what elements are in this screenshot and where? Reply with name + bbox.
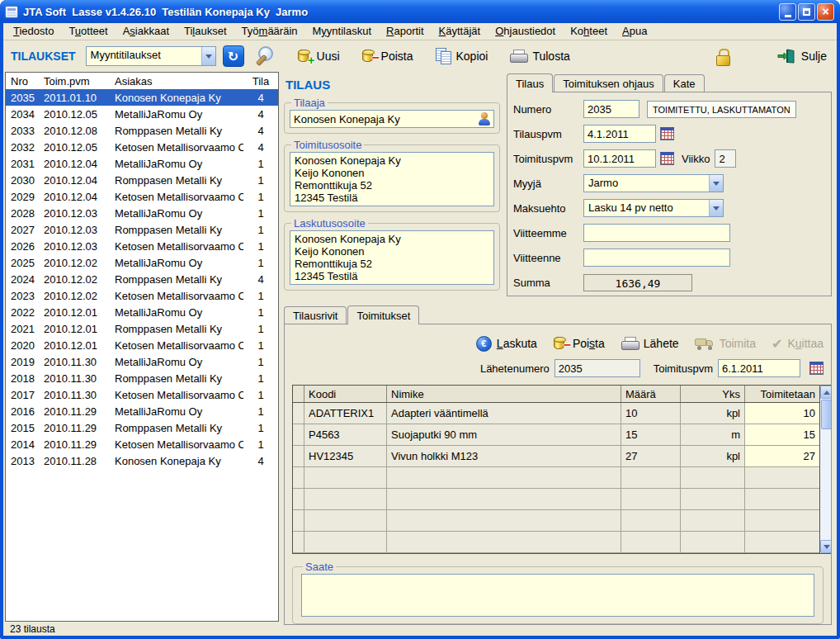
- chevron-down-icon[interactable]: [709, 175, 723, 192]
- table-row[interactable]: 2013 2010.11.28 Konosen Konepaja Ky 4: [6, 452, 278, 469]
- maksuehto-select[interactable]: Lasku 14 pv netto: [583, 199, 724, 217]
- table-row[interactable]: 2027 2010.12.03 Romppasen Metalli Ky 1: [6, 221, 278, 238]
- row-selector[interactable]: [293, 424, 304, 445]
- table-row[interactable]: 2019 2010.11.30 MetalliJaRomu Oy 1: [6, 353, 278, 370]
- chevron-down-icon[interactable]: [201, 47, 215, 65]
- table-row[interactable]: 2021 2010.12.01 Romppasen Metalli Ky 1: [6, 320, 278, 337]
- table-row[interactable]: 2029 2010.12.04 Ketosen Metallisorvaamo …: [6, 188, 278, 205]
- menu-item[interactable]: Ohjaustiedot: [488, 23, 563, 40]
- table-row[interactable]: 2016 2010.11.29 MetalliJaRomu Oy 1: [6, 403, 278, 419]
- copy-button[interactable]: Kopioi: [435, 48, 488, 64]
- menu-item[interactable]: Asiakkaat: [116, 23, 177, 40]
- column-header-asiakas[interactable]: Asiakas: [115, 75, 243, 88]
- cell-toimitetaan[interactable]: 15: [745, 424, 819, 445]
- table-row[interactable]: 2034 2010.12.05 MetalliJaRomu Oy 4: [6, 106, 278, 122]
- scrollbar-thumb[interactable]: [821, 400, 833, 429]
- menu-item[interactable]: Kohteet: [563, 23, 615, 40]
- menu-item[interactable]: Tuotteet: [61, 23, 115, 40]
- table-row[interactable]: 2031 2010.12.04 MetalliJaRomu Oy 1: [6, 155, 278, 172]
- saate-textarea[interactable]: [301, 574, 814, 617]
- calendar-icon[interactable]: [809, 362, 823, 375]
- viitteenne-input[interactable]: [583, 248, 730, 267]
- menu-item[interactable]: Työmääräin: [234, 23, 305, 40]
- toimituspvm-input[interactable]: [583, 149, 656, 168]
- column-header-toimpvm[interactable]: Toim.pvm: [44, 75, 115, 88]
- tilaaja-input[interactable]: [290, 110, 494, 128]
- myyja-select[interactable]: Jarmo: [583, 174, 724, 192]
- table-row[interactable]: 2032 2010.12.05 Ketosen Metallisorvaamo …: [6, 139, 278, 155]
- tab[interactable]: Toimituksen ohjaus: [554, 74, 663, 92]
- table-row[interactable]: 2025 2010.12.02 MetalliJaRomu Oy 1: [6, 254, 278, 271]
- tab[interactable]: Tilaus: [507, 73, 553, 92]
- minimize-button[interactable]: [779, 3, 796, 21]
- table-row[interactable]: 2030 2010.12.04 Romppasen Metalli Ky 1: [6, 172, 278, 188]
- order-top-section: TILAUS Tilaaja Toimitusosoite Konosen Ko…: [284, 72, 832, 296]
- table-row[interactable]: 2014 2010.11.29 Ketosen Metallisorvaamo …: [6, 436, 278, 452]
- numero-input[interactable]: [583, 100, 639, 118]
- column-header-nro[interactable]: Nro: [6, 75, 44, 88]
- lock-icon[interactable]: [715, 49, 729, 64]
- search-icon[interactable]: [254, 45, 276, 67]
- grid-column-toimitetaan[interactable]: Toimitetaan: [745, 386, 819, 402]
- cell-toimitetaan[interactable]: 10: [745, 403, 819, 424]
- cell-toimitetaan[interactable]: 27: [745, 446, 819, 466]
- table-row[interactable]: 2022 2010.12.01 MetalliJaRomu Oy 1: [6, 304, 278, 320]
- maximize-button[interactable]: [798, 3, 815, 21]
- table-row[interactable]: 2026 2010.12.03 Ketosen Metallisorvaamo …: [6, 238, 278, 254]
- table-row[interactable]: 2015 2010.11.29 Romppasen Metalli Ky 1: [6, 419, 278, 436]
- vertical-scrollbar[interactable]: [819, 386, 832, 553]
- shipment-toimituspvm-input[interactable]: [718, 359, 800, 377]
- grid-row[interactable]: HV12345 Vivun holkki M123 27 kpl 27: [293, 446, 819, 467]
- table-row[interactable]: 2033 2010.12.08 Romppasen Metalli Ky 4: [6, 122, 278, 139]
- grid-column-nimike[interactable]: Nimike: [387, 386, 621, 402]
- scroll-up-icon[interactable]: [820, 386, 832, 399]
- table-row[interactable]: 2017 2010.11.30 Ketosen Metallisorvaamo …: [6, 386, 278, 403]
- delete-shipment-button[interactable]: − Poista: [553, 335, 605, 352]
- row-selector[interactable]: [293, 403, 304, 424]
- chevron-down-icon[interactable]: [709, 200, 723, 216]
- viikko-input[interactable]: [715, 149, 736, 168]
- table-row[interactable]: 2024 2010.12.02 Romppasen Metalli Ky 4: [6, 271, 278, 287]
- menu-item[interactable]: Myyntilaskut: [305, 23, 380, 40]
- calendar-icon[interactable]: [660, 127, 674, 140]
- person-icon[interactable]: [478, 112, 491, 125]
- deliver-button[interactable]: Toimita: [695, 337, 756, 350]
- close-view-button[interactable]: Sulje: [777, 49, 827, 64]
- tab[interactable]: Toimitukset: [347, 305, 419, 324]
- close-button[interactable]: ×: [817, 3, 834, 21]
- menu-item[interactable]: Käyttäjät: [432, 23, 488, 40]
- scroll-down-icon[interactable]: [820, 540, 832, 553]
- lahetenumero-input[interactable]: [554, 359, 640, 377]
- column-header-tila[interactable]: Tila: [243, 75, 278, 88]
- tab[interactable]: Tilausrivit: [284, 306, 347, 324]
- view-select[interactable]: Myyntitilaukset: [86, 46, 216, 66]
- table-row[interactable]: 2023 2010.12.02 Ketosen Metallisorvaamo …: [6, 287, 278, 304]
- grid-column-koodi[interactable]: Koodi: [304, 386, 387, 402]
- delivery-address[interactable]: Konosen Konepaja Ky Keijo Kononen Remont…: [290, 152, 494, 206]
- menu-item[interactable]: Tilaukset: [177, 23, 234, 40]
- tab[interactable]: Kate: [664, 74, 705, 92]
- table-row[interactable]: 2035 2011.01.10 Konosen Konepaja Ky 4: [6, 89, 278, 106]
- menu-item[interactable]: Raportit: [379, 23, 432, 40]
- grid-column-maara[interactable]: Määrä: [621, 386, 681, 402]
- grid-column-yks[interactable]: Yks: [681, 386, 745, 402]
- new-button[interactable]: + Uusi: [297, 48, 340, 64]
- invoice-button[interactable]: € Laskuta: [476, 336, 537, 352]
- viitteemme-input[interactable]: [583, 224, 730, 242]
- grid-row[interactable]: P4563 Suojaputki 90 mm 15 m 15: [293, 424, 819, 446]
- table-row[interactable]: 2020 2010.12.01 Ketosen Metallisorvaamo …: [6, 337, 278, 353]
- print-button[interactable]: Tulosta: [509, 50, 569, 64]
- calendar-icon[interactable]: [660, 152, 674, 165]
- delivery-note-button[interactable]: Lähete: [621, 337, 679, 351]
- grid-row[interactable]: ADATTERIX1 Adapteri vääntimellä 10 kpl 1…: [293, 403, 819, 424]
- row-selector[interactable]: [293, 446, 304, 466]
- delete-button[interactable]: − Poista: [361, 48, 413, 64]
- table-row[interactable]: 2018 2010.11.30 Romppasen Metalli Ky 1: [6, 370, 278, 386]
- confirm-button[interactable]: ✔ Kuittaa: [772, 336, 823, 352]
- menu-item[interactable]: Apua: [615, 23, 654, 40]
- billing-address[interactable]: Konosen Konepaja Ky Keijo Kononen Remont…: [290, 230, 494, 285]
- refresh-button[interactable]: ↻: [223, 45, 244, 67]
- table-row[interactable]: 2028 2010.12.03 MetalliJaRomu Oy 1: [6, 205, 278, 221]
- menu-item[interactable]: Tiedosto: [6, 23, 61, 40]
- tilauspvm-input[interactable]: [583, 125, 656, 143]
